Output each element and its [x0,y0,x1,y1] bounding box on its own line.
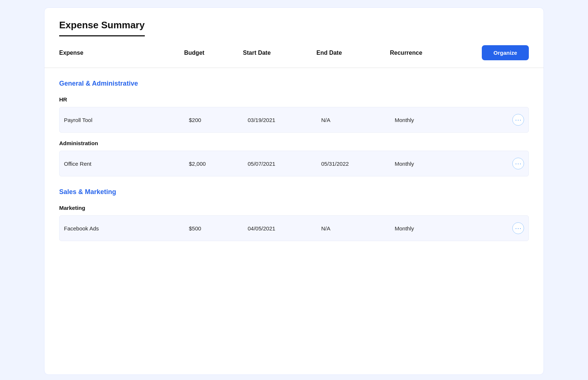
expense-end-date: N/A [321,117,395,123]
expense-summary-container: Expense Summary Expense Budget Start Dat… [44,7,544,375]
table-row: Payroll Tool $200 03/19/2021 N/A Monthly… [59,107,529,133]
expense-name: Payroll Tool [64,117,189,123]
col-header-actions: Organize [470,45,529,60]
subcategory-title-administration: Administration [59,137,529,151]
header-section: Expense Summary Expense Budget Start Dat… [44,8,544,68]
subcategory-hr: HR Payroll Tool $200 03/19/2021 N/A Mont… [59,93,529,133]
col-header-start-date: Start Date [243,50,316,56]
page-title: Expense Summary [59,19,145,36]
expense-start-date: 04/05/2021 [248,225,321,232]
column-header-row: Expense Budget Start Date End Date Recur… [59,36,529,68]
expense-budget: $500 [189,225,248,232]
category-title-sales-marketing: Sales & Marketing [59,188,529,196]
expense-start-date: 05/07/2021 [248,161,321,167]
more-options-button[interactable]: ⋯ [512,114,524,126]
subcategory-marketing: Marketing Facebook Ads $500 04/05/2021 N… [59,202,529,241]
col-header-budget: Budget [184,50,243,56]
expense-name: Facebook Ads [64,225,189,232]
expense-end-date: 05/31/2022 [321,161,395,167]
subcategory-administration: Administration Office Rent $2,000 05/07/… [59,137,529,176]
expense-budget: $200 [189,117,248,123]
table-row: Facebook Ads $500 04/05/2021 N/A Monthly… [59,215,529,241]
expense-start-date: 03/19/2021 [248,117,321,123]
subcategory-title-marketing: Marketing [59,202,529,215]
expense-budget: $2,000 [189,161,248,167]
expense-recurrence: Monthly [395,225,465,232]
expense-end-date: N/A [321,225,395,232]
subcategory-title-hr: HR [59,93,529,107]
expense-recurrence: Monthly [395,117,465,123]
expense-recurrence: Monthly [395,161,465,167]
col-header-end-date: End Date [316,50,390,56]
more-options-button[interactable]: ⋯ [512,158,524,169]
expense-actions: ⋯ [465,114,524,126]
organize-button[interactable]: Organize [482,45,529,60]
more-options-button[interactable]: ⋯ [512,222,524,234]
expense-name: Office Rent [64,161,189,167]
table-row: Office Rent $2,000 05/07/2021 05/31/2022… [59,151,529,176]
category-group-sales-marketing: Sales & MarketingMarketing Facebook Ads … [59,188,529,241]
content-section: General & AdministrativeHR Payroll Tool … [44,80,544,241]
category-title-general-administrative: General & Administrative [59,80,529,87]
col-header-recurrence: Recurrence [390,50,470,56]
expense-actions: ⋯ [465,222,524,234]
category-group-general-administrative: General & AdministrativeHR Payroll Tool … [59,80,529,176]
expense-actions: ⋯ [465,158,524,169]
col-header-expense: Expense [59,50,184,56]
